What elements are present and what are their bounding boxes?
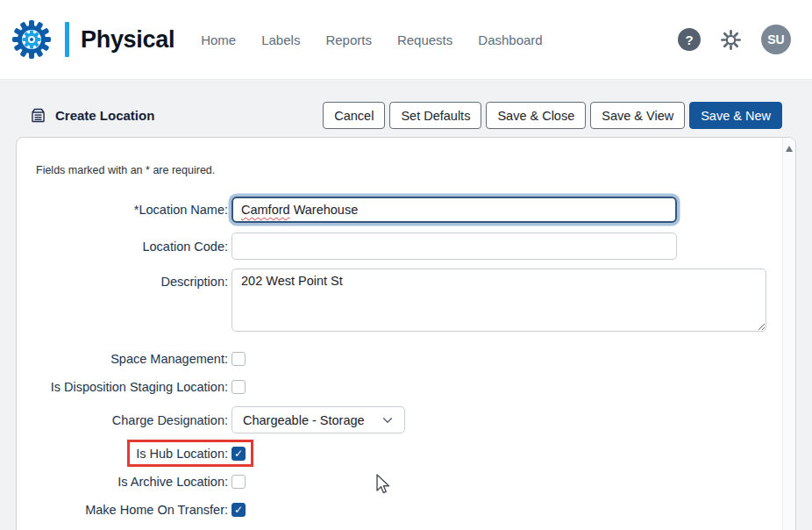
help-icon-glyph: ? (685, 32, 693, 47)
nav-item-reports[interactable]: Reports (325, 32, 372, 47)
avatar-initials: SU (767, 32, 784, 47)
nav-item-dashboard[interactable]: Dashboard (478, 32, 542, 47)
save-and-view-button[interactable]: Save & View (590, 102, 685, 129)
space-management-row: Space Management: (36, 350, 760, 368)
charge-designation-select[interactable]: Chargeable - Storage (231, 406, 405, 433)
space-management-checkbox[interactable] (231, 352, 246, 366)
description-row: Description: 202 West Point St (36, 269, 760, 332)
is-archive-location-label: Is Archive Location: (36, 475, 230, 489)
disposition-staging-label: Is Disposition Staging Location: (36, 380, 230, 394)
main-nav: Home Labels Reports Requests Dashboard (201, 32, 543, 47)
form-content: Fields marked with an * are required. *L… (17, 138, 795, 519)
location-code-input[interactable] (231, 233, 677, 260)
page-header: Create Location Cancel Set Defaults Save… (0, 80, 812, 129)
save-and-new-button[interactable]: Save & New (689, 102, 782, 129)
is-archive-location-checkbox[interactable] (231, 475, 246, 489)
cancel-button[interactable]: Cancel (323, 102, 385, 129)
location-code-label: Location Code: (36, 240, 230, 254)
form-vertical-scrollbar[interactable] (782, 138, 795, 530)
disposition-staging-checkbox[interactable] (231, 380, 246, 394)
nav-item-home[interactable]: Home (201, 32, 236, 47)
nav-item-labels[interactable]: Labels (261, 32, 300, 47)
navbar-right-controls: ? SU (678, 25, 791, 54)
user-avatar[interactable]: SU (761, 25, 791, 54)
charge-designation-row: Charge Designation: Chargeable - Storage (36, 406, 760, 433)
location-name-row: *Location Name: Camford Warehouse (36, 197, 760, 223)
warehouse-icon (29, 106, 47, 125)
charge-designation-value: Chargeable - Storage (243, 413, 365, 427)
app-logo-gear-icon (11, 18, 53, 61)
location-name-label: *Location Name: (36, 203, 230, 217)
nav-item-requests[interactable]: Requests (397, 32, 452, 47)
is-hub-location-checkbox[interactable] (231, 447, 246, 461)
make-home-on-transfer-label: Make Home On Transfer: (36, 503, 230, 517)
set-defaults-button[interactable]: Set Defaults (389, 102, 481, 129)
is-hub-location-row: Is Hub Location: (36, 445, 760, 462)
page-background: Create Location Cancel Set Defaults Save… (0, 79, 812, 530)
disposition-staging-row: Is Disposition Staging Location: (36, 378, 760, 396)
location-name-value-rest: Warehouse (290, 203, 359, 217)
charge-designation-label: Charge Designation: (36, 413, 230, 427)
description-label: Description: (36, 269, 230, 289)
make-home-on-transfer-checkbox[interactable] (231, 503, 246, 517)
location-name-value-misspelled: Camford (241, 203, 290, 217)
page-title-wrap: Create Location (29, 106, 154, 125)
save-and-close-button[interactable]: Save & Close (486, 102, 586, 129)
help-icon[interactable]: ? (678, 28, 701, 51)
location-code-row: Location Code: (36, 233, 760, 260)
create-location-form-panel: Fields marked with an * are required. *L… (16, 137, 796, 530)
app-title: Physical (81, 26, 175, 54)
description-textarea[interactable]: 202 West Point St (231, 269, 766, 332)
action-button-group: Cancel Set Defaults Save & Close Save & … (323, 102, 782, 129)
space-management-label: Space Management: (36, 352, 230, 366)
brand: Physical (11, 18, 175, 61)
is-archive-location-row: Is Archive Location: (36, 473, 760, 491)
required-fields-note: Fields marked with an * are required. (36, 164, 760, 176)
make-home-on-transfer-row: Make Home On Transfer: (36, 501, 760, 519)
brand-divider (65, 22, 69, 57)
top-navbar: Physical Home Labels Reports Requests Da… (0, 0, 812, 79)
settings-gear-icon[interactable] (719, 28, 743, 52)
location-name-input[interactable]: Camford Warehouse (231, 197, 677, 223)
scrollbar-up-arrow[interactable] (786, 146, 793, 152)
is-hub-location-label: Is Hub Location: (36, 447, 230, 461)
page-title: Create Location (55, 108, 154, 123)
chevron-down-icon (381, 414, 394, 426)
